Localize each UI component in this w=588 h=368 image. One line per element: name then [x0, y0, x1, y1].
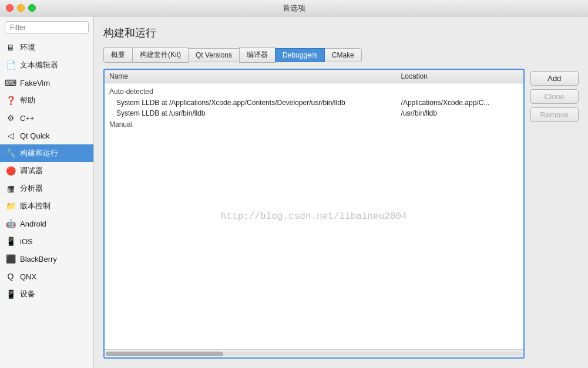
location-column-header: Location: [401, 72, 519, 80]
sidebar-item-analyzer[interactable]: ▦分析器: [0, 180, 93, 197]
sidebar-item-env[interactable]: 🖥环境: [0, 39, 93, 56]
tab-overview[interactable]: 概要: [103, 47, 133, 63]
tabs: 概要构建套件(Kit)Qt Versions编译器DebuggersCMake: [103, 47, 579, 63]
table-row[interactable]: System LLDB at /Applications/Xcode.app/C…: [105, 97, 523, 108]
clone-button[interactable]: Clone: [530, 89, 579, 104]
sidebar-label-qt-quick: Qt Quick: [20, 131, 50, 140]
sidebar-icon-build-run: 🔧: [5, 147, 16, 159]
sidebar-icon-version-control: 📁: [5, 200, 16, 212]
remove-button[interactable]: Remove: [530, 107, 579, 122]
sidebar-icon-fakevim: ⌨: [5, 77, 16, 89]
sidebar-label-fakevim: FakeVim: [20, 79, 50, 87]
sidebar-item-build-run[interactable]: 🔧构建和运行: [0, 144, 93, 162]
sidebar-item-debugger[interactable]: 🔴调试器: [0, 162, 93, 180]
name-column-header: Name: [109, 72, 401, 80]
sidebar-icon-devices: 📱: [5, 288, 16, 300]
tab-qt-versions[interactable]: Qt Versions: [188, 48, 240, 62]
sidebar-label-debugger: 调试器: [20, 166, 43, 176]
group-label: Manual: [105, 119, 523, 130]
sidebar-item-ios[interactable]: 📱iOS: [0, 232, 93, 250]
row-name: System LLDB at /Applications/Xcode.app/C…: [109, 99, 401, 107]
sidebar-icon-text-editor: 📄: [5, 59, 16, 71]
sidebar-item-fakevim[interactable]: ⌨FakeVim: [0, 74, 93, 92]
sidebar-label-blackberry: BlackBerry: [20, 255, 57, 264]
sidebar-icon-env: 🖥: [5, 42, 16, 53]
tab-compilers[interactable]: 编译器: [239, 47, 275, 63]
watermark: http://blog.csdn.net/libaineu2004: [221, 211, 407, 222]
sidebar-item-cpp[interactable]: ⚙C++: [0, 109, 93, 127]
tab-build-kit[interactable]: 构建套件(Kit): [132, 47, 189, 63]
horizontal-scrollbar[interactable]: [105, 349, 523, 357]
titlebar: 首选项: [0, 0, 588, 16]
table-wrapper: Name Location Auto-detectedSystem LLDB a…: [103, 69, 579, 359]
filter-input[interactable]: [5, 21, 89, 34]
sidebar-label-env: 环境: [20, 42, 35, 53]
scrollbar-track: [106, 352, 522, 356]
table-body[interactable]: Auto-detectedSystem LLDB at /Application…: [105, 83, 523, 349]
scrollbar-thumb[interactable]: [106, 352, 223, 356]
minimize-button[interactable]: [17, 4, 25, 12]
window-title: 首选项: [283, 3, 305, 13]
sidebar-list: 🖥环境📄文本编辑器⌨FakeVim❓帮助⚙C++◁Qt Quick🔧构建和运行🔴…: [0, 39, 93, 368]
sidebar-item-android[interactable]: 🤖Android: [0, 215, 93, 232]
sidebar-icon-blackberry: ⬛: [5, 253, 16, 265]
row-location: /usr/bin/lldb: [401, 109, 519, 117]
content-area: 构建和运行 概要构建套件(Kit)Qt Versions编译器Debuggers…: [94, 16, 588, 368]
debuggers-table: Name Location Auto-detectedSystem LLDB a…: [103, 69, 525, 359]
sidebar-item-devices[interactable]: 📱设备: [0, 285, 93, 303]
traffic-lights: [6, 4, 36, 12]
maximize-button[interactable]: [28, 4, 36, 12]
sidebar-label-build-run: 构建和运行: [20, 148, 58, 158]
sidebar-label-android: Android: [20, 220, 46, 228]
sidebar-label-qnx: QNX: [20, 272, 36, 281]
sidebar-icon-ios: 📱: [5, 235, 16, 247]
sidebar-label-ios: iOS: [20, 237, 33, 246]
sidebar-label-text-editor: 文本编辑器: [20, 60, 58, 70]
sidebar-icon-qnx: Q: [5, 271, 16, 282]
sidebar-item-blackberry[interactable]: ⬛BlackBerry: [0, 250, 93, 268]
tab-cmake[interactable]: CMake: [324, 48, 362, 62]
sidebar-icon-debugger: 🔴: [5, 165, 16, 177]
row-location: /Applications/Xcode.app/C...: [401, 99, 519, 107]
sidebar-label-version-control: 版本控制: [20, 201, 51, 211]
row-name: System LLDB at /usr/bin/lldb: [109, 109, 401, 117]
sidebar-label-cpp: C++: [20, 114, 35, 123]
main-layout: 🖥环境📄文本编辑器⌨FakeVim❓帮助⚙C++◁Qt Quick🔧构建和运行🔴…: [0, 16, 588, 368]
sidebar-item-text-editor[interactable]: 📄文本编辑器: [0, 56, 93, 74]
table-header: Name Location: [105, 70, 523, 83]
sidebar-label-devices: 设备: [20, 289, 35, 299]
sidebar-icon-help: ❓: [5, 94, 16, 106]
sidebar-icon-cpp: ⚙: [5, 112, 16, 124]
sidebar-item-help[interactable]: ❓帮助: [0, 92, 93, 109]
sidebar-item-qnx[interactable]: QQNX: [0, 268, 93, 285]
close-button[interactable]: [6, 4, 14, 12]
sidebar-item-version-control[interactable]: 📁版本控制: [0, 197, 93, 215]
group-label: Auto-detected: [105, 86, 523, 97]
sidebar-label-help: 帮助: [20, 95, 35, 106]
add-button[interactable]: Add: [530, 71, 579, 86]
sidebar-label-analyzer: 分析器: [20, 183, 43, 194]
page-title: 构建和运行: [103, 26, 579, 40]
sidebar-icon-analyzer: ▦: [5, 183, 16, 194]
table-row[interactable]: System LLDB at /usr/bin/lldb/usr/bin/lld…: [105, 108, 523, 119]
sidebar-icon-android: 🤖: [5, 218, 16, 229]
side-buttons: Add Clone Remove: [530, 69, 579, 359]
sidebar-item-qt-quick[interactable]: ◁Qt Quick: [0, 127, 93, 144]
tab-debuggers[interactable]: Debuggers: [275, 48, 325, 62]
sidebar-icon-qt-quick: ◁: [5, 130, 16, 141]
sidebar: 🖥环境📄文本编辑器⌨FakeVim❓帮助⚙C++◁Qt Quick🔧构建和运行🔴…: [0, 16, 94, 368]
